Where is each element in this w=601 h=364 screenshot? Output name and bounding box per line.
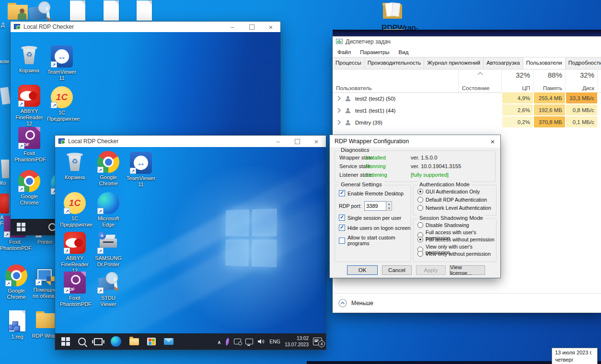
samsung-printer-icon-inner[interactable]: +↗ SAMSUNG Dr.Printer — [93, 232, 123, 268]
task-manager-tabs: ПроцессыПроизводительностьЖурнал приложе… — [333, 57, 601, 69]
start-button[interactable] — [61, 337, 70, 346]
inner-window-titlebar[interactable]: Local RDP Checker – × — [55, 136, 326, 147]
monitor-icon-fragment[interactable] — [0, 87, 11, 105]
rdp-checker-app-icon — [14, 24, 21, 30]
user-row-dmitry[interactable]: Dmitry (39) 0,2% 370,8 МБ 0,1 МБ/с — [333, 116, 601, 128]
port-spinner[interactable]: ▲▼ — [386, 201, 392, 211]
user-avatar-icon — [345, 107, 351, 114]
feather-tray-icon[interactable] — [224, 338, 230, 346]
maximize-button[interactable] — [288, 136, 307, 147]
memory-cell: 370,8 МБ — [533, 116, 565, 128]
document-icon[interactable] — [104, 0, 119, 21]
close-button[interactable]: × — [261, 22, 280, 32]
custom-programs-checkbox[interactable]: Allow to start custom programs — [339, 235, 411, 246]
hide-users-checkbox[interactable]: Hide users on logon screen — [339, 225, 410, 231]
abbyy-icon-outer[interactable]: ↗ ABBYY FineReader 12 — [14, 85, 44, 127]
user-row-test2[interactable]: test2 (test2) (50) 4,9% 255,4 МБ 33,3 МБ… — [333, 92, 601, 104]
notification-badge: 4 — [318, 341, 325, 347]
foxit-icon-outer[interactable]: PDF↗ Foxit PhantomPDF — [14, 127, 44, 163]
recycle-bin-icon-outer[interactable]: ♻ Корзина — [14, 44, 44, 74]
outer-window-titlebar[interactable]: Local RDP Checker – × — [11, 22, 280, 32]
tab-users[interactable]: Пользователи — [523, 57, 566, 69]
expand-chevron-icon[interactable] — [337, 120, 341, 125]
task-manager-menubar: Файл Параметры Вид — [333, 47, 601, 57]
close-icon[interactable]: × — [485, 135, 500, 148]
radio-gui-auth[interactable]: GUI Authentication Only — [417, 189, 480, 194]
update-helper-icon-host[interactable]: ↗ Помощни по обновл — [32, 266, 58, 299]
start-button[interactable] — [17, 223, 25, 231]
tab-details[interactable]: Подробности — [565, 57, 601, 69]
notification-center-icon[interactable]: 4 — [313, 338, 322, 345]
recycle-bin-icon-fragment[interactable] — [1, 158, 9, 178]
1c-icon-inner[interactable]: 1С↗ 1С Предприятие — [60, 192, 90, 228]
view-license-button[interactable]: View license... — [450, 265, 485, 275]
maximize-button[interactable] — [242, 22, 261, 32]
store-icon[interactable] — [147, 338, 156, 345]
document-icon[interactable] — [137, 0, 152, 21]
expand-chevron-icon[interactable] — [337, 96, 341, 101]
menu-file[interactable]: Файл — [337, 49, 351, 55]
language-indicator[interactable]: ENG — [269, 339, 280, 344]
minimize-button[interactable]: – — [268, 136, 288, 147]
mail-icon[interactable] — [164, 338, 173, 345]
taskbar-clock[interactable]: 13:02 13.07.2023 — [285, 335, 309, 348]
radio-view-without-permission[interactable]: View only without permission — [417, 251, 491, 257]
edge-taskbar-icon[interactable] — [111, 336, 121, 347]
document-icon[interactable] — [70, 0, 85, 21]
edge-icon-inner[interactable]: ↗ Microsoft Edge — [93, 192, 123, 228]
user-row-test1[interactable]: test1 (test1) (44) 2,6% 192,6 МБ 0,8 МБ/… — [333, 104, 601, 116]
chrome-icon-host[interactable]: ↗ Google Chrome — [2, 264, 31, 300]
column-header-disk[interactable]: 32% Диск — [565, 69, 597, 92]
task-view-icon[interactable] — [94, 338, 103, 345]
tab-startup[interactable]: Автозагрузка — [483, 57, 523, 69]
search-icon[interactable] — [78, 338, 86, 345]
expand-chevron-icon[interactable] — [337, 108, 341, 113]
fewer-details-button[interactable]: Меньше — [333, 293, 601, 313]
cancel-button[interactable]: Cancel — [382, 265, 412, 275]
minimize-button[interactable]: – — [223, 22, 242, 32]
enable-remote-desktop-checkbox[interactable]: Enable Remote Desktop — [339, 190, 404, 196]
apply-button[interactable]: Apply — [416, 265, 446, 275]
task-manager-titlebar[interactable]: Диспетчер задач — [333, 36, 601, 47]
close-button[interactable]: × — [307, 136, 326, 147]
tab-performance[interactable]: Производительность — [364, 57, 425, 69]
1c-icon-outer[interactable]: 1С↗ 1С Предприятие — [47, 86, 77, 122]
chrome-icon-outer[interactable]: ↗ Google Chrome — [14, 170, 44, 206]
tab-app-history[interactable]: Журнал приложений — [424, 57, 484, 69]
menu-options[interactable]: Параметры — [360, 49, 389, 55]
radio-full-without-permission[interactable]: Full access without permission — [417, 237, 495, 242]
reg-file-icon-host[interactable]: 1.reg — [4, 310, 31, 340]
column-header-memory[interactable]: 88% Память — [533, 69, 565, 92]
network-tray-icon[interactable] — [245, 339, 253, 344]
recycle-bin-icon-inner[interactable]: ♻ Корзина — [60, 151, 90, 181]
user-folder-icon[interactable] — [7, 1, 28, 21]
abbyy-icon-inner[interactable]: ↗ ABBYY FineReader 12 — [60, 232, 90, 274]
menu-view[interactable]: Вид — [399, 49, 409, 55]
radio-disable-shadowing[interactable]: Disable Shadowing — [417, 222, 469, 228]
ok-button[interactable]: OK — [347, 265, 378, 275]
service-version: ver. 10.0.19041.3155 — [411, 163, 461, 169]
dialog-titlebar[interactable]: RDP Wrapper Configuration × — [330, 135, 500, 148]
wrapper-version: ver. 1.5.0.0 — [411, 155, 437, 160]
tray-expand-chevron-icon[interactable]: ∧ — [218, 340, 221, 345]
file-explorer-icon[interactable] — [129, 338, 139, 345]
teamviewer-icon-inner[interactable]: ↔↗ TeamViewer 11 — [126, 152, 156, 188]
tab-processes[interactable]: Процессы — [333, 57, 365, 69]
volume-tray-icon[interactable] — [257, 338, 265, 345]
rdp-tray-icon[interactable] — [234, 339, 241, 344]
inner-taskbar: ∧ ENG 13:02 13.07.2023 4 — [55, 333, 326, 350]
column-header-user[interactable]: Пользователь — [333, 69, 458, 92]
stdu-viewer-icon-host[interactable] — [28, 1, 52, 24]
teamviewer-icon-outer[interactable]: ↔↗ TeamViewer 11 — [47, 46, 77, 81]
rdp-port-input[interactable] — [364, 201, 386, 211]
radio-network-auth[interactable]: Network Level Authentication — [417, 205, 491, 211]
single-session-checkbox[interactable]: Single session per user — [339, 215, 401, 221]
user-avatar-icon — [345, 95, 351, 102]
radio-default-auth[interactable]: Default RDP Authentication — [417, 197, 487, 203]
column-header-cpu[interactable]: 32% ЦП — [501, 69, 533, 92]
abbyy-icon-fragment[interactable] — [0, 193, 9, 214]
chrome-icon-inner[interactable]: ↗ Google Chrome — [93, 151, 123, 187]
column-header-status[interactable]: Состояние — [458, 69, 501, 92]
foxit-icon-inner[interactable]: PDF↗ Foxit PhantomPDF — [60, 272, 90, 307]
stdu-viewer-icon-inner[interactable]: ↗ STDU Viewer — [93, 272, 123, 307]
